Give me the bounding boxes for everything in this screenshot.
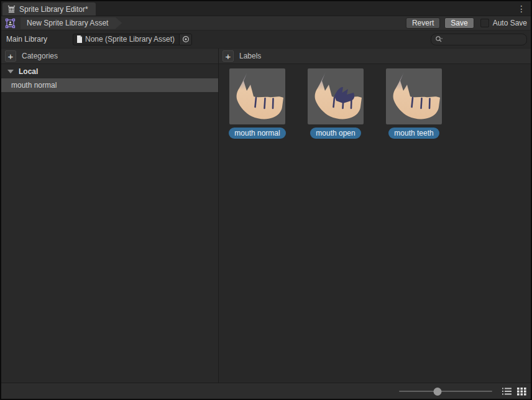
save-button-label: Save bbox=[451, 19, 467, 27]
slider-track[interactable] bbox=[399, 391, 492, 392]
add-category-button[interactable]: + bbox=[5, 50, 16, 62]
grid-view-icon bbox=[517, 387, 526, 396]
label-name: mouth open bbox=[316, 129, 355, 137]
breadcrumb-label: New Sprite Library Asset bbox=[27, 19, 108, 27]
search-icon bbox=[435, 35, 443, 44]
grid-view-button[interactable] bbox=[516, 386, 527, 397]
editor-split-view: + Categories Local mouth normal + La bbox=[1, 49, 531, 383]
tab-title: Sprite Library Editor* bbox=[19, 5, 88, 14]
editor-toolbar: New Sprite Library Asset Revert Save Aut… bbox=[1, 16, 531, 30]
label-pill[interactable]: mouth open bbox=[310, 128, 360, 139]
foldout-triangle-icon bbox=[7, 70, 14, 73]
auto-save-label: Auto Save bbox=[493, 19, 527, 27]
sprite-thumbnail-mouth-normal[interactable] bbox=[229, 68, 285, 124]
labels-title: Labels bbox=[239, 52, 261, 60]
label-pill[interactable]: mouth teeth bbox=[388, 128, 439, 139]
main-library-object-field[interactable]: None (Sprite Library Asset) bbox=[73, 34, 192, 45]
local-foldout[interactable]: Local bbox=[1, 64, 218, 78]
sprite-library-asset-icon bbox=[5, 18, 16, 29]
label-item-mouth-open[interactable]: mouth open bbox=[308, 68, 364, 139]
plus-icon: + bbox=[8, 52, 14, 61]
window-menu-kebab-icon[interactable]: ⋮ bbox=[516, 1, 527, 16]
bottom-bar bbox=[1, 383, 531, 399]
label-name: mouth normal bbox=[234, 129, 280, 137]
breadcrumb-new-sprite-library-asset[interactable]: New Sprite Library Asset bbox=[21, 17, 122, 29]
search-field[interactable] bbox=[431, 34, 527, 45]
local-foldout-label: Local bbox=[19, 67, 38, 76]
sprite-thumbnail-mouth-teeth[interactable] bbox=[386, 68, 442, 124]
revert-button-label: Revert bbox=[412, 19, 434, 27]
list-view-icon bbox=[502, 387, 511, 396]
list-view-button[interactable] bbox=[501, 386, 512, 397]
save-button[interactable]: Save bbox=[444, 17, 474, 29]
labels-grid-body: mouth normal mouth open bbox=[219, 64, 531, 383]
label-item-mouth-teeth[interactable]: mouth teeth bbox=[386, 68, 442, 139]
label-pill[interactable]: mouth normal bbox=[229, 128, 285, 139]
main-library-row: Main Library None (Sprite Library Asset) bbox=[1, 30, 531, 49]
add-label-button[interactable]: + bbox=[222, 50, 234, 62]
categories-list: Local mouth normal bbox=[1, 64, 218, 383]
category-row-mouth-normal[interactable]: mouth normal bbox=[1, 78, 218, 92]
plus-icon: + bbox=[226, 52, 231, 61]
labels-grid: mouth normal mouth open bbox=[219, 64, 531, 139]
sprite-thumbnail-mouth-open[interactable] bbox=[308, 68, 364, 124]
asset-document-icon bbox=[76, 35, 83, 43]
slider-knob[interactable] bbox=[433, 388, 441, 396]
thumbnail-size-slider[interactable] bbox=[399, 387, 492, 396]
tab-bar: Sprite Library Editor* ⋮ bbox=[1, 1, 531, 16]
search-input[interactable] bbox=[446, 35, 523, 44]
categories-panel: + Categories Local mouth normal bbox=[1, 49, 219, 383]
main-library-label: Main Library bbox=[6, 35, 73, 44]
auto-save-checkbox[interactable] bbox=[480, 19, 489, 27]
object-picker-icon[interactable] bbox=[179, 34, 191, 45]
categories-title: Categories bbox=[22, 52, 58, 60]
label-item-mouth-normal[interactable]: mouth normal bbox=[229, 68, 285, 139]
categories-header: + Categories bbox=[1, 49, 218, 64]
revert-button[interactable]: Revert bbox=[406, 17, 440, 29]
category-name: mouth normal bbox=[11, 81, 57, 90]
tab-sprite-library-editor[interactable]: Sprite Library Editor* bbox=[2, 2, 96, 16]
sprite-library-editor-window: Sprite Library Editor* ⋮ New Sprite Libr… bbox=[0, 0, 532, 400]
label-name: mouth teeth bbox=[394, 129, 433, 137]
labels-panel: + Labels mouth normal bbox=[219, 49, 531, 383]
main-library-value: None (Sprite Library Asset) bbox=[85, 35, 179, 44]
labels-header: + Labels bbox=[219, 49, 531, 64]
sprite-library-window-icon bbox=[7, 5, 16, 13]
